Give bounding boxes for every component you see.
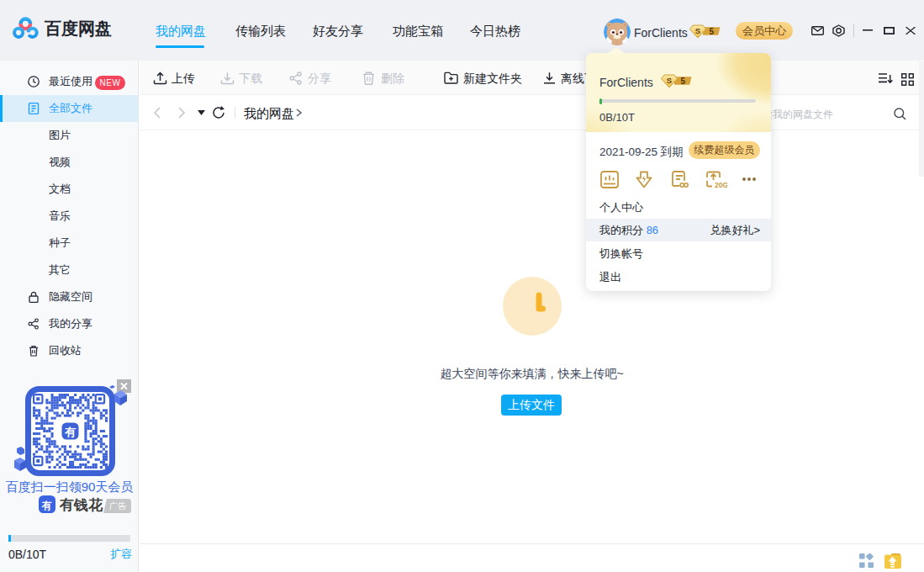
svg-text:有: 有 (64, 426, 77, 438)
svg-text:S: S (667, 76, 672, 85)
svg-text:5: 5 (680, 77, 685, 86)
svg-text:有钱花: 有钱花 (59, 497, 103, 513)
svg-text:20G: 20G (715, 181, 727, 189)
svg-text:广告: 广告 (109, 501, 127, 511)
svg-text:S: S (695, 26, 700, 35)
svg-text:有: 有 (41, 500, 52, 511)
svg-text:5: 5 (709, 27, 714, 36)
